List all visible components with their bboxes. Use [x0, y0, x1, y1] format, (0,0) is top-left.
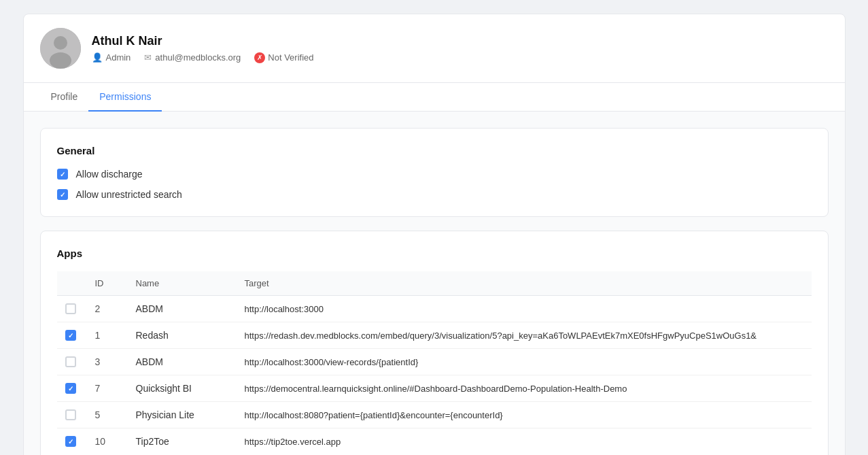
table-row: 3ABDMhttp://localhost:3000/view-records/…: [57, 349, 812, 375]
not-verified-icon: ✗: [254, 52, 265, 63]
col-header-id: ID: [87, 271, 128, 296]
apps-table-body: 2ABDMhttp://localhost:30001Redashhttps:/…: [57, 296, 812, 455]
row-name-1: Redash: [128, 322, 237, 349]
tabs-bar: Profile Permissions: [24, 83, 845, 112]
allow-discharge-checkbox[interactable]: [57, 169, 68, 180]
row-target-2: http://localhost:3000/view-records/{pati…: [237, 349, 812, 375]
profile-name: Athul K Nair: [92, 34, 314, 48]
row-name-3: Quicksight BI: [128, 375, 237, 402]
row-name-2: ABDM: [128, 349, 237, 375]
content-area: General Allow discharge Allow unrestrict…: [24, 112, 845, 455]
allow-unrestricted-search-checkbox[interactable]: [57, 189, 68, 200]
row-id-4: 5: [87, 402, 128, 428]
allow-unrestricted-search-label: Allow unrestricted search: [76, 189, 182, 200]
role-label: Admin: [106, 52, 131, 63]
row-name-5: Tip2Toe: [128, 428, 237, 455]
row-target-0: http://localhost:3000: [237, 296, 812, 322]
app-checkbox-5[interactable]: [65, 409, 76, 420]
col-header-checkbox: [57, 271, 87, 296]
row-id-2: 3: [87, 349, 128, 375]
table-row: 5Physician Litehttp://localhost:8080?pat…: [57, 402, 812, 428]
row-target-1: https://redash.dev.medblocks.com/embed/q…: [237, 322, 812, 349]
row-id-1: 1: [87, 322, 128, 349]
profile-meta: 👤 Admin ✉ athul@medblocks.org ✗ Not Veri…: [92, 52, 314, 63]
table-row: 7Quicksight BIhttps://democentral.learnq…: [57, 375, 812, 402]
apps-title: Apps: [57, 248, 812, 259]
row-checkbox-cell-0: [57, 296, 87, 322]
tab-profile[interactable]: Profile: [40, 83, 89, 112]
role-item: 👤 Admin: [92, 52, 131, 63]
row-name-0: ABDM: [128, 296, 237, 322]
apps-section: Apps ID Name Target 2ABDMhttp://localhos…: [40, 231, 829, 455]
row-id-0: 2: [87, 296, 128, 322]
user-icon: 👤: [92, 52, 103, 63]
allow-unrestricted-search-item: Allow unrestricted search: [57, 189, 812, 200]
table-header-row: ID Name Target: [57, 271, 812, 296]
app-checkbox-10[interactable]: [65, 436, 76, 447]
apps-table: ID Name Target 2ABDMhttp://localhost:300…: [57, 271, 812, 454]
avatar-image: [40, 28, 81, 69]
allow-discharge-item: Allow discharge: [57, 169, 812, 180]
verified-label: Not Verified: [268, 52, 313, 63]
col-header-target: Target: [237, 271, 812, 296]
row-name-4: Physician Lite: [128, 402, 237, 428]
row-checkbox-cell-4: [57, 402, 87, 428]
profile-info: Athul K Nair 👤 Admin ✉ athul@medblocks.o…: [92, 34, 314, 63]
table-row: 2ABDMhttp://localhost:3000: [57, 296, 812, 322]
row-target-5: https://tip2toe.vercel.app: [237, 428, 812, 455]
app-checkbox-3[interactable]: [65, 356, 76, 367]
table-row: 1Redashhttps://redash.dev.medblocks.com/…: [57, 322, 812, 349]
svg-point-1: [54, 36, 67, 50]
app-checkbox-7[interactable]: [65, 383, 76, 394]
allow-discharge-label: Allow discharge: [76, 169, 143, 180]
profile-header: Athul K Nair 👤 Admin ✉ athul@medblocks.o…: [24, 14, 845, 83]
row-checkbox-cell-3: [57, 375, 87, 402]
email-icon: ✉: [144, 52, 152, 63]
email-item: ✉ athul@medblocks.org: [144, 52, 241, 63]
tab-permissions[interactable]: Permissions: [88, 83, 162, 112]
verification-status: ✗ Not Verified: [254, 52, 313, 63]
general-title: General: [57, 145, 812, 156]
table-row: 10Tip2Toehttps://tip2toe.vercel.app: [57, 428, 812, 455]
row-checkbox-cell-2: [57, 349, 87, 375]
app-checkbox-2[interactable]: [65, 303, 76, 314]
row-checkbox-cell-1: [57, 322, 87, 349]
row-checkbox-cell-5: [57, 428, 87, 455]
col-header-name: Name: [128, 271, 237, 296]
avatar: [40, 28, 81, 69]
row-id-5: 10: [87, 428, 128, 455]
main-card: Athul K Nair 👤 Admin ✉ athul@medblocks.o…: [23, 14, 846, 455]
row-target-3: https://democentral.learnquicksight.onli…: [237, 375, 812, 402]
app-checkbox-1[interactable]: [65, 330, 76, 341]
svg-point-2: [50, 52, 71, 69]
email-label: athul@medblocks.org: [155, 52, 241, 63]
general-section: General Allow discharge Allow unrestrict…: [40, 128, 829, 217]
row-target-4: http://localhost:8080?patient={patientId…: [237, 402, 812, 428]
row-id-3: 7: [87, 375, 128, 402]
